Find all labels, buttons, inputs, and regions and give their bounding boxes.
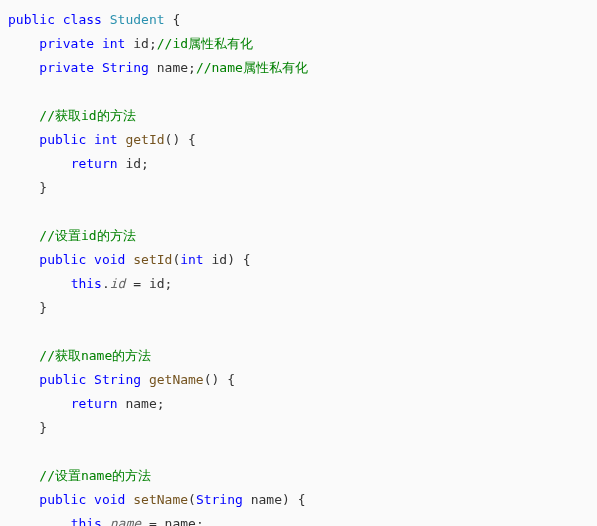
field-id: id xyxy=(110,276,126,291)
field-id: id xyxy=(133,36,149,51)
brace: { xyxy=(188,132,196,147)
paren: ( xyxy=(188,492,196,507)
paren: ) xyxy=(282,492,290,507)
paren: ) xyxy=(212,372,220,387)
keyword-return: return xyxy=(71,396,118,411)
param-id: id xyxy=(149,276,165,291)
semi: ; xyxy=(149,36,157,51)
keyword-void: void xyxy=(94,252,125,267)
dot: . xyxy=(102,516,110,526)
eq: = xyxy=(125,276,148,291)
semi: ; xyxy=(165,276,173,291)
paren: ) xyxy=(227,252,235,267)
keyword-public: public xyxy=(39,252,86,267)
method-setname: setName xyxy=(133,492,188,507)
type-string: String xyxy=(94,372,141,387)
brace: { xyxy=(298,492,306,507)
keyword-private: private xyxy=(39,60,94,75)
semi: ; xyxy=(157,396,165,411)
method-getname: getName xyxy=(149,372,204,387)
dot: . xyxy=(102,276,110,291)
brace: { xyxy=(172,12,180,27)
param-name: name xyxy=(165,516,196,526)
field-id: id xyxy=(125,156,141,171)
field-name: name xyxy=(125,396,156,411)
type-int: int xyxy=(102,36,125,51)
type-int: int xyxy=(94,132,117,147)
comment: //获取id的方法 xyxy=(39,108,135,123)
brace: { xyxy=(227,372,235,387)
semi: ; xyxy=(196,516,204,526)
comment: //id属性私有化 xyxy=(157,36,253,51)
keyword-public: public xyxy=(39,372,86,387)
keyword-this: this xyxy=(71,276,102,291)
method-setid: setId xyxy=(133,252,172,267)
type-string: String xyxy=(196,492,243,507)
keyword-this: this xyxy=(71,516,102,526)
keyword-class: class xyxy=(63,12,102,27)
semi: ; xyxy=(141,156,149,171)
keyword-return: return xyxy=(71,156,118,171)
comment: //name属性私有化 xyxy=(196,60,308,75)
brace: } xyxy=(39,180,47,195)
method-getid: getId xyxy=(125,132,164,147)
class-name: Student xyxy=(110,12,165,27)
semi: ; xyxy=(188,60,196,75)
comment: //设置name的方法 xyxy=(39,468,151,483)
keyword-private: private xyxy=(39,36,94,51)
paren: ( xyxy=(204,372,212,387)
brace: { xyxy=(243,252,251,267)
keyword-void: void xyxy=(94,492,125,507)
field-name: name xyxy=(157,60,188,75)
comment: //获取name的方法 xyxy=(39,348,151,363)
brace: } xyxy=(39,300,47,315)
field-name: name xyxy=(110,516,141,526)
keyword-public: public xyxy=(39,492,86,507)
code-block: public class Student { private int id;//… xyxy=(0,0,597,526)
paren: ) xyxy=(172,132,180,147)
type-string: String xyxy=(102,60,149,75)
keyword-public: public xyxy=(8,12,55,27)
comment: //设置id的方法 xyxy=(39,228,135,243)
keyword-public: public xyxy=(39,132,86,147)
eq: = xyxy=(141,516,164,526)
type-int: int xyxy=(180,252,203,267)
param-name: name xyxy=(251,492,282,507)
brace: } xyxy=(39,420,47,435)
param-id: id xyxy=(212,252,228,267)
